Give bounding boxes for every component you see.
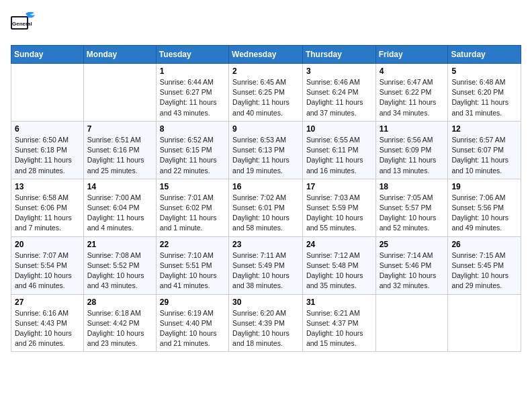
calendar-day-cell <box>11 64 84 122</box>
day-number: 24 <box>306 240 372 249</box>
weekday-header: Friday <box>375 46 448 64</box>
calendar-day-cell: 17Sunrise: 7:03 AMSunset: 5:59 PMDayligh… <box>302 179 375 236</box>
calendar-day-cell: 15Sunrise: 7:01 AMSunset: 6:02 PMDayligh… <box>156 179 228 236</box>
weekday-header: Thursday <box>302 46 375 64</box>
calendar-day-cell: 3Sunrise: 6:46 AMSunset: 6:24 PMDaylight… <box>302 64 375 122</box>
day-detail: Sunrise: 6:55 AMSunset: 6:11 PMDaylight:… <box>306 135 372 176</box>
day-number: 13 <box>15 182 80 191</box>
calendar-day-cell <box>448 294 521 352</box>
day-number: 14 <box>87 182 152 191</box>
calendar-day-cell: 25Sunrise: 7:14 AMSunset: 5:46 PMDayligh… <box>375 236 448 294</box>
day-number: 15 <box>160 182 225 191</box>
logo-icon: General <box>11 11 38 37</box>
day-detail: Sunrise: 7:02 AMSunset: 6:01 PMDaylight:… <box>232 193 299 234</box>
calendar-day-cell: 16Sunrise: 7:02 AMSunset: 6:01 PMDayligh… <box>229 179 303 236</box>
day-number: 11 <box>380 124 445 134</box>
weekday-header: Sunday <box>11 46 84 64</box>
day-detail: Sunrise: 7:08 AMSunset: 5:52 PMDaylight:… <box>87 250 152 291</box>
day-detail: Sunrise: 6:48 AMSunset: 6:20 PMDaylight:… <box>451 77 517 118</box>
day-number: 3 <box>306 66 372 76</box>
calendar-day-cell: 9Sunrise: 6:53 AMSunset: 6:13 PMDaylight… <box>229 121 303 179</box>
day-detail: Sunrise: 7:05 AMSunset: 5:57 PMDaylight:… <box>380 193 445 234</box>
day-detail: Sunrise: 7:14 AMSunset: 5:46 PMDaylight:… <box>380 250 445 291</box>
day-number: 1 <box>160 66 225 76</box>
day-number: 28 <box>87 298 152 307</box>
day-detail: Sunrise: 6:20 AMSunset: 4:39 PMDaylight:… <box>232 308 299 349</box>
calendar-day-cell: 14Sunrise: 7:00 AMSunset: 6:04 PMDayligh… <box>83 179 156 236</box>
day-number: 21 <box>87 240 152 249</box>
day-number: 17 <box>306 182 372 191</box>
day-number: 29 <box>160 298 225 307</box>
day-number: 8 <box>160 124 225 134</box>
day-detail: Sunrise: 6:52 AMSunset: 6:15 PMDaylight:… <box>160 135 225 176</box>
calendar-day-cell: 24Sunrise: 7:12 AMSunset: 5:48 PMDayligh… <box>302 236 375 294</box>
day-number: 25 <box>380 240 445 249</box>
calendar-day-cell: 27Sunrise: 6:16 AMSunset: 4:43 PMDayligh… <box>11 294 84 352</box>
day-detail: Sunrise: 6:50 AMSunset: 6:18 PMDaylight:… <box>15 135 80 176</box>
weekday-header: Wednesday <box>229 46 303 64</box>
day-detail: Sunrise: 6:18 AMSunset: 4:42 PMDaylight:… <box>87 308 152 349</box>
calendar-day-cell: 10Sunrise: 6:55 AMSunset: 6:11 PMDayligh… <box>302 121 375 179</box>
day-detail: Sunrise: 6:19 AMSunset: 4:40 PMDaylight:… <box>160 308 225 349</box>
calendar-table: SundayMondayTuesdayWednesdayThursdayFrid… <box>11 45 521 352</box>
day-detail: Sunrise: 6:46 AMSunset: 6:24 PMDaylight:… <box>306 77 372 118</box>
day-number: 4 <box>380 66 445 76</box>
day-number: 26 <box>451 240 517 249</box>
day-detail: Sunrise: 7:03 AMSunset: 5:59 PMDaylight:… <box>306 193 372 234</box>
day-number: 18 <box>380 182 445 191</box>
calendar-day-cell: 6Sunrise: 6:50 AMSunset: 6:18 PMDaylight… <box>11 121 84 179</box>
day-number: 16 <box>232 182 299 191</box>
day-detail: Sunrise: 6:45 AMSunset: 6:25 PMDaylight:… <box>232 77 299 118</box>
day-number: 7 <box>87 124 152 134</box>
day-number: 31 <box>306 298 372 307</box>
svg-text:General: General <box>12 21 32 27</box>
day-number: 2 <box>232 66 299 76</box>
calendar-day-cell: 29Sunrise: 6:19 AMSunset: 4:40 PMDayligh… <box>156 294 228 352</box>
day-detail: Sunrise: 6:47 AMSunset: 6:22 PMDaylight:… <box>380 77 445 118</box>
day-detail: Sunrise: 7:11 AMSunset: 5:49 PMDaylight:… <box>232 250 299 291</box>
calendar-day-cell: 19Sunrise: 7:06 AMSunset: 5:56 PMDayligh… <box>448 179 521 236</box>
calendar-week-row: 27Sunrise: 6:16 AMSunset: 4:43 PMDayligh… <box>11 294 521 352</box>
day-number: 12 <box>451 124 517 134</box>
logo: General <box>11 11 40 37</box>
day-number: 23 <box>232 240 299 249</box>
day-detail: Sunrise: 7:06 AMSunset: 5:56 PMDaylight:… <box>451 193 517 234</box>
day-number: 5 <box>451 66 517 76</box>
weekday-header: Tuesday <box>156 46 228 64</box>
day-number: 22 <box>160 240 225 249</box>
day-detail: Sunrise: 6:16 AMSunset: 4:43 PMDaylight:… <box>15 308 80 349</box>
day-number: 20 <box>15 240 80 249</box>
day-detail: Sunrise: 7:00 AMSunset: 6:04 PMDaylight:… <box>87 193 152 234</box>
day-number: 10 <box>306 124 372 134</box>
day-detail: Sunrise: 6:51 AMSunset: 6:16 PMDaylight:… <box>87 135 152 176</box>
calendar-day-cell: 30Sunrise: 6:20 AMSunset: 4:39 PMDayligh… <box>229 294 303 352</box>
day-detail: Sunrise: 6:21 AMSunset: 4:37 PMDaylight:… <box>306 308 372 349</box>
calendar-day-cell: 18Sunrise: 7:05 AMSunset: 5:57 PMDayligh… <box>375 179 448 236</box>
calendar-day-cell: 8Sunrise: 6:52 AMSunset: 6:15 PMDaylight… <box>156 121 228 179</box>
calendar-day-cell: 11Sunrise: 6:56 AMSunset: 6:09 PMDayligh… <box>375 121 448 179</box>
calendar-day-cell: 21Sunrise: 7:08 AMSunset: 5:52 PMDayligh… <box>83 236 156 294</box>
day-detail: Sunrise: 6:58 AMSunset: 6:06 PMDaylight:… <box>15 193 80 234</box>
day-number: 30 <box>232 298 299 307</box>
day-detail: Sunrise: 7:07 AMSunset: 5:54 PMDaylight:… <box>15 250 80 291</box>
day-detail: Sunrise: 7:01 AMSunset: 6:02 PMDaylight:… <box>160 193 225 234</box>
day-detail: Sunrise: 7:10 AMSunset: 5:51 PMDaylight:… <box>160 250 225 291</box>
calendar-week-row: 1Sunrise: 6:44 AMSunset: 6:27 PMDaylight… <box>11 64 521 122</box>
calendar-day-cell: 13Sunrise: 6:58 AMSunset: 6:06 PMDayligh… <box>11 179 84 236</box>
weekday-header: Monday <box>83 46 156 64</box>
calendar-week-row: 6Sunrise: 6:50 AMSunset: 6:18 PMDaylight… <box>11 121 521 179</box>
calendar-day-cell: 5Sunrise: 6:48 AMSunset: 6:20 PMDaylight… <box>448 64 521 122</box>
day-detail: Sunrise: 7:15 AMSunset: 5:45 PMDaylight:… <box>451 250 517 291</box>
calendar-day-cell: 12Sunrise: 6:57 AMSunset: 6:07 PMDayligh… <box>448 121 521 179</box>
day-number: 27 <box>15 298 80 307</box>
page-header: General <box>11 11 521 37</box>
calendar-day-cell: 7Sunrise: 6:51 AMSunset: 6:16 PMDaylight… <box>83 121 156 179</box>
calendar-day-cell: 2Sunrise: 6:45 AMSunset: 6:25 PMDaylight… <box>229 64 303 122</box>
day-detail: Sunrise: 6:56 AMSunset: 6:09 PMDaylight:… <box>380 135 445 176</box>
calendar-day-cell: 28Sunrise: 6:18 AMSunset: 4:42 PMDayligh… <box>83 294 156 352</box>
calendar-week-row: 13Sunrise: 6:58 AMSunset: 6:06 PMDayligh… <box>11 179 521 236</box>
weekday-row: SundayMondayTuesdayWednesdayThursdayFrid… <box>11 46 521 64</box>
calendar-day-cell <box>375 294 448 352</box>
calendar-day-cell: 4Sunrise: 6:47 AMSunset: 6:22 PMDaylight… <box>375 64 448 122</box>
calendar-day-cell: 26Sunrise: 7:15 AMSunset: 5:45 PMDayligh… <box>448 236 521 294</box>
